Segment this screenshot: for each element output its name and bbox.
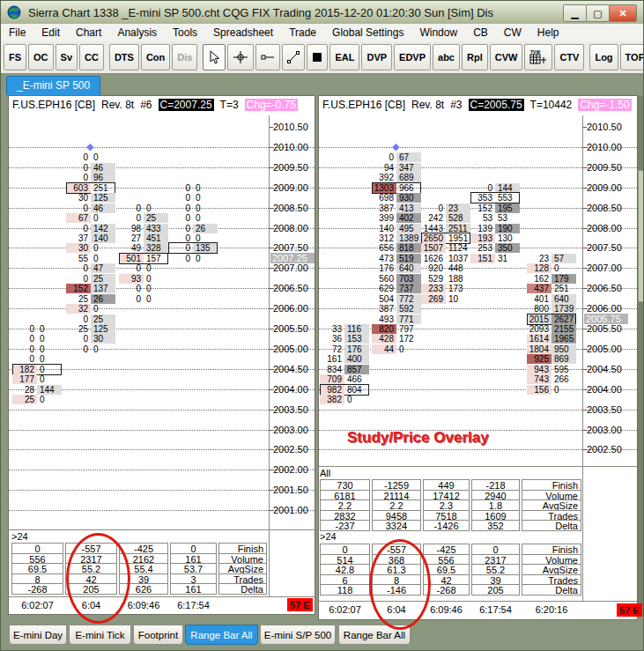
footprint-cell: 046 — [66, 163, 115, 173]
footprint-cell: 440 — [372, 344, 421, 354]
toolbar-tool-tvw-grid-icon[interactable]: TVW — [524, 44, 552, 70]
footprint-cell: 0142 — [66, 224, 115, 233]
toolbar-button-cc[interactable]: CC — [79, 44, 104, 70]
footprint-cell: 387413 — [372, 203, 421, 213]
ask-volume: 413 — [396, 203, 421, 213]
footprint-cell: 3820 — [320, 395, 369, 404]
sheet-tab-footprint-2[interactable]: Footprint — [133, 625, 183, 645]
footprint-cell: 920448 — [421, 263, 470, 273]
toolbar-tool-filled-square-icon[interactable] — [307, 44, 328, 70]
toolbar-button-dvp[interactable]: DVP — [361, 44, 392, 70]
ask-volume: 0 — [37, 395, 62, 404]
header-bar-number: #3 — [450, 99, 462, 111]
menu-item-tools[interactable]: Tools — [165, 25, 205, 41]
footprint-cell: 20932155 — [527, 324, 576, 334]
ask-volume: 328 — [144, 243, 168, 253]
price-tick — [583, 208, 587, 209]
price-tick — [583, 329, 587, 329]
toolbar-button-sv[interactable]: Sv — [56, 44, 78, 70]
sheet-tab-range-bar-all-3[interactable]: Range Bar All — [185, 625, 258, 645]
toolbar-button-oc[interactable]: OC — [28, 44, 54, 70]
toolbar-tool-trendline-tool-icon[interactable] — [282, 44, 305, 70]
sheet-tab-e-mini-tick-1[interactable]: E-mini Tick — [69, 625, 131, 645]
toolbar-tool-crosshair-icon[interactable] — [227, 44, 254, 70]
price-label: 2001.00 — [273, 505, 308, 515]
bid-volume: 193 — [470, 233, 495, 243]
toolbar-button-edvp[interactable]: EDVP — [394, 44, 431, 70]
ask-volume: 46 — [91, 203, 115, 213]
toolbar-tool-arrow-cursor-icon[interactable] — [203, 44, 226, 70]
ask-volume: 0 — [91, 152, 115, 162]
title-bar: Sierra Chart 1338 _E-mini SP 500.cht CQG… — [1, 1, 644, 25]
footprint-cell: 399402 — [372, 213, 421, 223]
footprint-cell: 98433 — [119, 224, 168, 233]
price-label: 2008.50 — [587, 203, 622, 213]
table-value-cell: -1426 — [423, 520, 470, 531]
menu-item-analysis[interactable]: Analysis — [109, 25, 165, 41]
status-badge: 57 E — [617, 603, 642, 617]
toolbar-button-log[interactable]: Log — [589, 44, 618, 70]
toolbar-button-top[interactable]: TOP — [620, 44, 644, 70]
toolbar-button-dis[interactable]: Dis — [172, 44, 197, 70]
ask-volume: 31 — [495, 254, 520, 263]
toolbar-button-con[interactable]: Con — [141, 44, 170, 70]
bid-volume: 0 — [168, 203, 193, 213]
ask-volume: 266 — [551, 374, 576, 384]
menu-item-cw[interactable]: CW — [496, 25, 529, 41]
footprint-cell: 401640 — [527, 294, 576, 304]
sheet-tab-e-mini-s-p-500-4[interactable]: E-mini S/P 500 — [260, 625, 336, 645]
menu-item-window[interactable]: Window — [411, 25, 465, 41]
toolbar-button-abc[interactable]: abc — [433, 44, 460, 70]
menu-item-spreadsheet[interactable]: Spreadsheet — [205, 25, 281, 41]
price-label: 2002.00 — [273, 464, 308, 475]
price-tick — [270, 490, 273, 491]
ask-volume: 125 — [91, 324, 115, 334]
ask-volume: 0 — [37, 354, 62, 364]
toolbar-button-dts[interactable]: DTS — [109, 44, 139, 70]
maximize-button-icon[interactable]: ▢ — [586, 4, 610, 22]
footprint-cell: 25125 — [66, 324, 115, 334]
bid-volume: 27 — [119, 233, 144, 243]
footprint-cell: 1770 — [12, 374, 62, 384]
ask-volume: 0 — [37, 324, 62, 334]
ask-volume: 173 — [446, 284, 470, 293]
table-row-label: Delta — [522, 584, 581, 596]
menu-item-file[interactable]: File — [1, 25, 33, 41]
ask-volume: 188 — [446, 274, 470, 284]
ask-volume: 466 — [344, 374, 369, 384]
footprint-cell: 504772 — [372, 294, 421, 304]
header-symbol: F.US.EPH16 [CB] — [12, 99, 95, 111]
vertical-scrollbar[interactable] — [638, 96, 644, 616]
bid-volume: 493 — [372, 314, 396, 324]
menu-item-edit[interactable]: Edit — [33, 25, 68, 41]
footprint-cell: 392689 — [372, 173, 421, 182]
footprint-cell: 353553 — [470, 192, 520, 203]
bid-volume: 0 — [12, 334, 37, 344]
bid-volume: 2093 — [527, 324, 551, 334]
scrollbar-thumb[interactable] — [638, 170, 644, 302]
sheet-tab-e-mini-day-0[interactable]: E-mini Day — [9, 625, 67, 645]
toolbar-button-ctv[interactable]: CTV — [554, 44, 584, 70]
menu-item-global-settings[interactable]: Global Settings — [324, 25, 411, 41]
menu-item-trade[interactable]: Trade — [281, 25, 324, 41]
toolbar-button-fs[interactable]: FS — [4, 44, 26, 70]
close-button-icon[interactable]: ✕ — [609, 4, 637, 22]
menu-item-chart[interactable]: Chart — [68, 25, 109, 41]
footprint-cell: 00 — [168, 213, 218, 223]
footprint-cell: 176640 — [372, 263, 421, 273]
toolbar-tool-bar-tool-icon[interactable] — [255, 44, 280, 70]
footprint-cell: 16261037 — [421, 254, 470, 263]
menu-item-help[interactable]: Help — [529, 25, 567, 41]
ask-volume: 25 — [91, 314, 115, 324]
toolbar-button-eal[interactable]: EAL — [329, 44, 359, 70]
minimize-button-icon[interactable]: ▁ — [563, 4, 587, 22]
chart-tab-e-mini-sp-500[interactable]: _E-mini SP 500 — [6, 76, 100, 95]
price-label: 2008.00 — [273, 223, 308, 233]
bid-volume: 0 — [421, 203, 446, 213]
footprint-cell: 023 — [421, 203, 470, 213]
menu-item-cb[interactable]: CB — [465, 25, 496, 41]
bid-volume: 53 — [470, 213, 495, 223]
toolbar-button-rpl[interactable]: Rpl — [462, 44, 488, 70]
price-label: 2003.50 — [587, 404, 622, 415]
toolbar-button-cvw[interactable]: CVW — [490, 44, 523, 70]
